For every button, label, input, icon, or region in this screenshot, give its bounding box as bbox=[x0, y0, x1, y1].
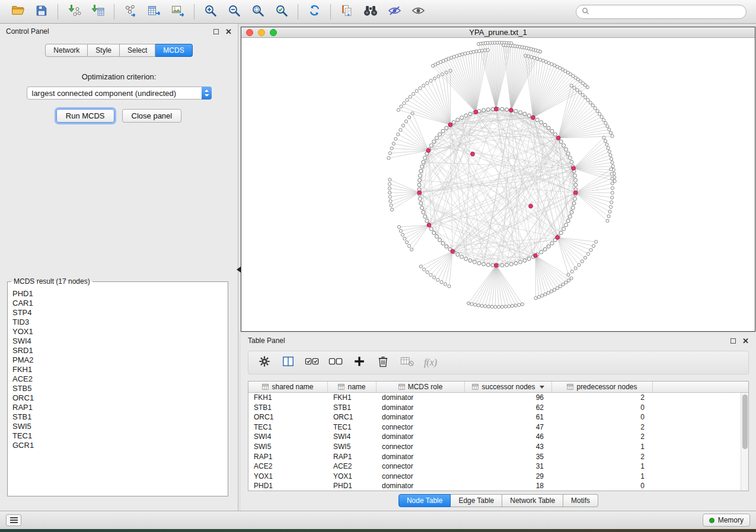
mcds-result-item[interactable]: PMA2 bbox=[12, 355, 227, 365]
tab-network[interactable]: Network bbox=[45, 44, 88, 57]
mcds-result-item[interactable]: STB5 bbox=[12, 384, 227, 393]
tab-style[interactable]: Style bbox=[88, 44, 120, 57]
table-row[interactable]: YOX1YOX1connector291 bbox=[248, 472, 741, 482]
open-file-button[interactable] bbox=[6, 2, 30, 21]
tab-node-table[interactable]: Node Table bbox=[398, 494, 451, 507]
cell-shared_name: PHD1 bbox=[248, 481, 328, 491]
cell-successors: 29 bbox=[465, 472, 552, 482]
search-input[interactable] bbox=[593, 8, 741, 16]
apply-layout-button[interactable] bbox=[302, 2, 326, 21]
mcds-result-item[interactable]: ACE2 bbox=[12, 374, 227, 384]
function-builder-button[interactable]: f(x) bbox=[420, 354, 441, 371]
mcds-result-item[interactable]: STB1 bbox=[12, 412, 227, 422]
save-session-button[interactable] bbox=[30, 2, 53, 21]
cell-role: dominator bbox=[377, 403, 465, 413]
import-network-button[interactable] bbox=[62, 2, 86, 21]
network-canvas[interactable] bbox=[241, 38, 755, 331]
export-table-button[interactable] bbox=[142, 2, 166, 21]
task-history-button[interactable] bbox=[6, 514, 21, 526]
cell-shared_name: TEC1 bbox=[248, 422, 328, 432]
table-row[interactable]: TEC1TEC1connector472 bbox=[248, 422, 741, 432]
toolbar-separator bbox=[298, 4, 298, 20]
cell-predecessors: 0 bbox=[552, 481, 653, 491]
hide-selected-button[interactable] bbox=[382, 2, 406, 21]
table-row[interactable]: ORC1ORC1dominator610 bbox=[248, 412, 741, 422]
window-close-icon[interactable] bbox=[246, 29, 253, 36]
zoom-fit-button[interactable] bbox=[246, 2, 270, 21]
create-column-button[interactable] bbox=[349, 354, 369, 371]
mcds-result-item[interactable]: GCR1 bbox=[12, 441, 227, 450]
zoom-selected-button[interactable] bbox=[270, 2, 294, 21]
float-panel-icon[interactable] bbox=[213, 29, 219, 34]
tab-network-table[interactable]: Network Table bbox=[502, 494, 563, 507]
close-panel-icon[interactable]: ✕ bbox=[742, 338, 749, 344]
splitter-collapse-arrow[interactable] bbox=[237, 267, 241, 273]
column-header-mcds-role[interactable]: MCDS role bbox=[377, 382, 465, 392]
search-box[interactable] bbox=[576, 5, 747, 19]
eye-icon bbox=[411, 4, 426, 20]
column-header-successor-nodes[interactable]: successor nodes bbox=[465, 382, 552, 392]
table-row[interactable]: PHD1PHD1dominator180 bbox=[248, 481, 741, 491]
toggle-column-visibility-button[interactable] bbox=[397, 354, 417, 371]
zoom-in-button[interactable] bbox=[199, 2, 222, 21]
cell-successors: 96 bbox=[465, 393, 552, 403]
export-image-button[interactable] bbox=[166, 2, 190, 21]
import-table-button[interactable] bbox=[86, 2, 110, 21]
cell-name: FKH1 bbox=[328, 393, 377, 403]
show-all-button[interactable] bbox=[406, 2, 430, 21]
table-scrollbar[interactable] bbox=[741, 393, 748, 491]
memory-button[interactable]: Memory bbox=[703, 514, 750, 527]
mcds-result-item[interactable]: YOX1 bbox=[12, 327, 227, 336]
search-network-button[interactable] bbox=[359, 2, 382, 21]
node-table-body: FKH1FKH1dominator962STB1STB1dominator620… bbox=[248, 393, 741, 491]
cell-role: connector bbox=[377, 422, 465, 432]
select-all-rows-button[interactable] bbox=[302, 354, 322, 371]
optimization-dropdown[interactable]: largest connected component (undirected) bbox=[27, 86, 212, 100]
mcds-result-item[interactable]: SWI5 bbox=[12, 422, 227, 431]
network-view[interactable] bbox=[241, 38, 755, 331]
window-maximize-icon[interactable] bbox=[270, 29, 277, 36]
delete-column-button[interactable] bbox=[373, 354, 393, 371]
mcds-result-item[interactable]: ORC1 bbox=[12, 393, 227, 403]
mcds-result-item[interactable]: FKH1 bbox=[12, 365, 227, 374]
refresh-icon bbox=[308, 4, 321, 20]
cell-shared_name: ACE2 bbox=[248, 462, 328, 472]
table-row[interactable]: SWI4SWI4dominator462 bbox=[248, 432, 741, 442]
show-columns-button[interactable] bbox=[278, 354, 298, 371]
tab-select[interactable]: Select bbox=[120, 44, 155, 57]
unchecked-boxes-icon bbox=[328, 355, 344, 370]
mcds-result-item[interactable]: TEC1 bbox=[12, 431, 227, 441]
zoom-out-button[interactable] bbox=[222, 2, 246, 21]
tab-motifs[interactable]: Motifs bbox=[563, 494, 598, 507]
window-minimize-icon[interactable] bbox=[258, 29, 265, 36]
table-settings-button[interactable] bbox=[254, 354, 275, 371]
mcds-result-item[interactable]: STP4 bbox=[12, 308, 227, 318]
table-row[interactable]: RAP1RAP1dominator352 bbox=[248, 452, 741, 462]
column-label: successor nodes bbox=[481, 383, 535, 391]
copy-style-button[interactable] bbox=[335, 2, 359, 21]
tab-edge-table[interactable]: Edge Table bbox=[451, 494, 502, 507]
close-panel-icon[interactable]: ✕ bbox=[225, 29, 232, 34]
export-network-button[interactable] bbox=[119, 2, 142, 21]
column-header-predecessor-nodes[interactable]: predecessor nodes bbox=[552, 382, 653, 392]
network-window-titlebar[interactable]: YPA_prune.txt_1 bbox=[241, 27, 755, 38]
table-row[interactable]: ACE2ACE2connector311 bbox=[248, 462, 741, 472]
mcds-result-item[interactable]: TID3 bbox=[12, 318, 227, 327]
table-row[interactable]: SWI5SWI5connector431 bbox=[248, 442, 741, 452]
table-row[interactable]: STB1STB1dominator620 bbox=[248, 403, 741, 413]
column-header-shared-name[interactable]: shared name bbox=[248, 382, 328, 392]
column-header-name[interactable]: name bbox=[328, 382, 377, 392]
close-panel-button[interactable]: Close panel bbox=[122, 109, 182, 123]
deselect-all-rows-button[interactable] bbox=[326, 354, 346, 371]
tab-mcds[interactable]: MCDS bbox=[155, 44, 192, 57]
cell-role: connector bbox=[377, 442, 465, 452]
table-row[interactable]: FKH1FKH1dominator962 bbox=[248, 393, 741, 403]
mcds-result-item[interactable]: RAP1 bbox=[12, 403, 227, 412]
mcds-result-item[interactable]: CAR1 bbox=[12, 299, 227, 308]
float-panel-icon[interactable] bbox=[731, 338, 736, 344]
scrollbar-thumb[interactable] bbox=[742, 395, 748, 449]
run-mcds-button[interactable]: Run MCDS bbox=[56, 109, 114, 123]
mcds-result-item[interactable]: PHD1 bbox=[12, 289, 227, 299]
mcds-result-item[interactable]: SWI4 bbox=[12, 336, 227, 346]
mcds-result-item[interactable]: SRD1 bbox=[12, 346, 227, 355]
